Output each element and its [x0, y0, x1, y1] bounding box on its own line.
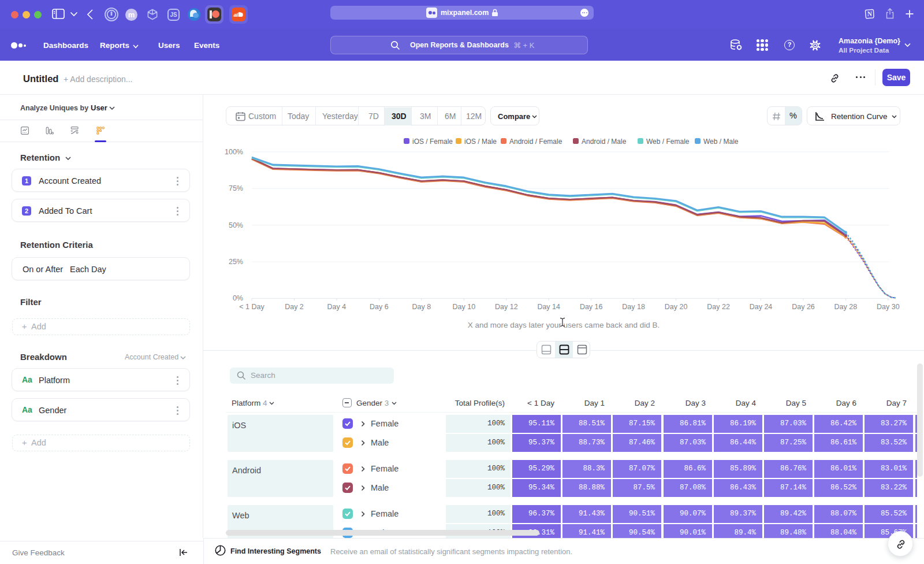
svg-text:Day 20: Day 20: [665, 303, 688, 311]
svg-text:50%: 50%: [229, 221, 243, 229]
svg-text:75%: 75%: [229, 184, 243, 192]
svg-text:100%: 100%: [225, 148, 243, 156]
svg-text:Day 4: Day 4: [327, 303, 346, 311]
svg-text:Day 30: Day 30: [877, 303, 900, 311]
svg-text:Day 28: Day 28: [834, 303, 858, 311]
svg-text:Day 6: Day 6: [370, 303, 389, 311]
svg-text:Day 24: Day 24: [750, 303, 773, 311]
svg-text:Day 10: Day 10: [452, 303, 475, 311]
svg-text:0%: 0%: [233, 294, 243, 302]
svg-text:Day 12: Day 12: [495, 303, 518, 311]
svg-text:Day 26: Day 26: [792, 303, 815, 311]
svg-text:Day 22: Day 22: [707, 303, 730, 311]
svg-text:N: N: [867, 10, 873, 17]
svg-text:Day 16: Day 16: [580, 303, 603, 311]
svg-text:Day 18: Day 18: [622, 303, 645, 311]
svg-text:Day 14: Day 14: [537, 303, 560, 311]
svg-text:25%: 25%: [229, 258, 243, 266]
svg-text:Day 2: Day 2: [285, 303, 304, 311]
svg-text:< 1 Day: < 1 Day: [239, 303, 264, 311]
svg-text:Day 8: Day 8: [412, 303, 431, 311]
